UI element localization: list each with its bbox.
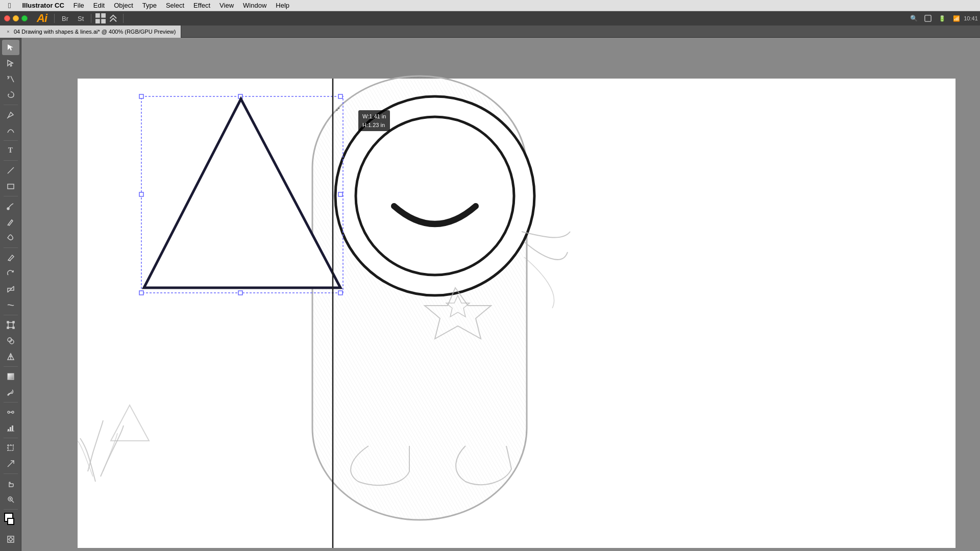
canvas-svg: ↔ [21,38,980,551]
tool-sep-2 [4,140,18,141]
svg-line-7 [11,76,14,82]
svg-rect-35 [12,425,13,431]
svg-point-31 [12,411,14,413]
close-window-button[interactable] [4,15,10,21]
object-menu[interactable]: Object [110,0,137,11]
curvature-tool-button[interactable] [2,123,19,138]
workspace-switcher[interactable] [95,13,106,23]
svg-rect-62 [139,94,143,98]
minimize-window-button[interactable] [13,15,19,21]
tool-sep-6 [4,315,18,315]
svg-line-46 [12,500,14,503]
slice-tool-button[interactable] [2,456,19,471]
maximize-window-button[interactable] [21,15,28,21]
stock-button[interactable]: St [75,13,87,24]
svg-marker-6 [8,60,13,66]
app-logo: Ai [37,12,47,25]
file-menu[interactable]: File [69,0,88,11]
svg-rect-3 [102,19,106,23]
hand-tool-button[interactable] [2,476,19,491]
view-menu[interactable]: View [215,0,238,11]
svg-rect-1 [102,13,106,18]
eyedropper-tool-button[interactable] [2,385,19,400]
svg-rect-37 [8,445,13,450]
tool-sep-3 [4,160,18,161]
type-tool-button[interactable]: T [2,143,19,158]
blend-tool-button[interactable] [2,405,19,420]
menu-bar:  Illustrator CC File Edit Object Type S… [0,0,980,11]
lasso-tool-button[interactable] [2,87,19,103]
stroke-color[interactable] [7,518,14,525]
draw-mode-button[interactable] [2,532,19,547]
svg-rect-21 [7,327,9,329]
arrange-button[interactable] [109,13,119,23]
main-layout: T [0,38,980,551]
svg-line-10 [9,76,9,78]
free-transform-tool-button[interactable] [2,317,19,333]
artboard-tool-button[interactable] [2,440,19,456]
toolbar-sep-1 [54,14,55,23]
tab-bar: × 04 Drawing with shapes & lines.ai* @ 4… [0,26,980,38]
paintbrush-tool-button[interactable] [2,198,19,214]
svg-line-8 [8,78,9,79]
app-menu[interactable]: Illustrator CC [18,0,68,11]
chart-tool-button[interactable] [2,420,19,436]
svg-rect-67 [139,291,143,295]
shaper-tool-button[interactable] [2,230,19,245]
selection-tool-button[interactable] [2,40,19,55]
svg-rect-66 [338,192,342,196]
svg-rect-68 [238,291,242,295]
perspective-grid-tool-button[interactable] [2,349,19,364]
help-menu[interactable]: Help [272,0,293,11]
svg-line-15 [8,224,8,226]
toolbar-sep-3 [123,14,124,23]
gradient-tool-button[interactable] [2,369,19,384]
svg-marker-5 [8,44,13,51]
svg-rect-20 [13,321,14,323]
effect-menu[interactable]: Effect [189,0,214,11]
clock: 10:41 [966,13,976,23]
apple-menu[interactable]:  [4,0,15,11]
shape-builder-tool-button[interactable] [2,333,19,348]
svg-rect-33 [8,429,9,431]
search-icon[interactable]: 🔍 [909,13,919,23]
line-tool-button[interactable] [2,163,19,178]
active-tab[interactable]: × 04 Drawing with shapes & lines.ai* @ 4… [0,26,181,38]
pen-tool-button[interactable] [2,107,19,122]
tool-sep-11 [4,509,18,510]
zoom-tool-button[interactable] [2,492,19,507]
magic-wand-tool-button[interactable] [2,71,19,87]
select-menu[interactable]: Select [162,0,188,11]
bridge-button[interactable]: Br [59,13,71,24]
battery-icon: 🔋 [937,13,947,23]
tool-sep-1 [4,105,18,105]
svg-line-16 [8,260,11,261]
type-menu[interactable]: Type [138,0,161,11]
rotate-tool-button[interactable] [2,266,19,281]
edit-menu[interactable]: Edit [89,0,109,11]
rectangle-tool-button[interactable] [2,179,19,194]
tab-close-button[interactable]: × [5,29,11,35]
tool-sep-4 [4,196,18,196]
share-icon[interactable] [923,13,933,23]
tool-sep-7 [4,366,18,367]
warp-tool-button[interactable] [2,297,19,313]
color-swatch-area[interactable] [2,513,19,531]
scale-tool-button[interactable] [2,282,19,297]
svg-rect-34 [10,427,11,431]
left-toolbar: T [0,38,21,551]
canvas-area[interactable]: ↔ W:1.41 in H:1.23 in [21,38,980,551]
svg-rect-64 [338,94,342,98]
direct-selection-tool-button[interactable] [2,56,19,71]
svg-rect-0 [95,13,100,18]
svg-rect-2 [95,19,100,23]
eraser-tool-button[interactable] [2,250,19,265]
window-menu[interactable]: Window [239,0,271,11]
svg-rect-13 [8,184,14,189]
svg-line-9 [8,76,8,78]
pencil-tool-button[interactable] [2,214,19,230]
svg-point-57 [356,117,514,275]
tool-sep-9 [4,438,18,438]
svg-point-30 [8,411,10,413]
svg-line-11 [7,117,8,118]
